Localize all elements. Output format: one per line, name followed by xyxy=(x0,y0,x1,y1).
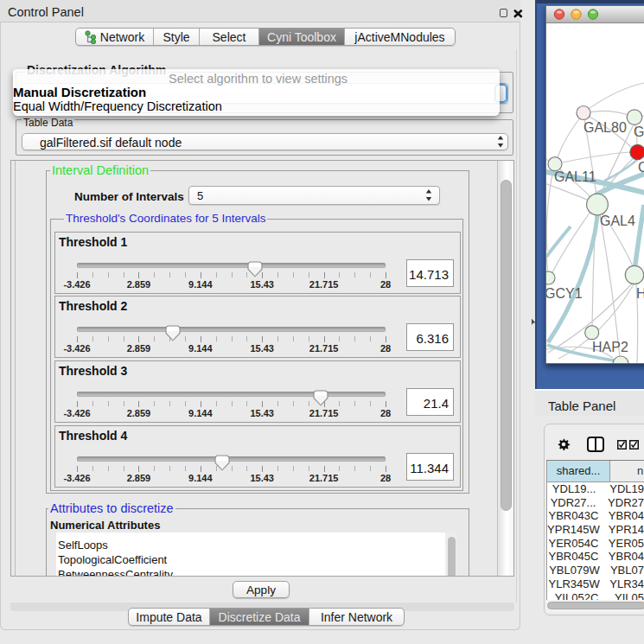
svg-text:GAL11: GAL11 xyxy=(554,169,596,184)
svg-text:GCY1: GCY1 xyxy=(546,286,583,301)
svg-text:H: H xyxy=(636,286,644,301)
svg-text:C: C xyxy=(638,160,644,175)
svg-text:GAL80: GAL80 xyxy=(583,120,627,135)
svg-text:GAL4: GAL4 xyxy=(600,214,635,228)
svg-text:G.: G. xyxy=(634,124,644,139)
svg-text:HAP2: HAP2 xyxy=(592,340,628,354)
